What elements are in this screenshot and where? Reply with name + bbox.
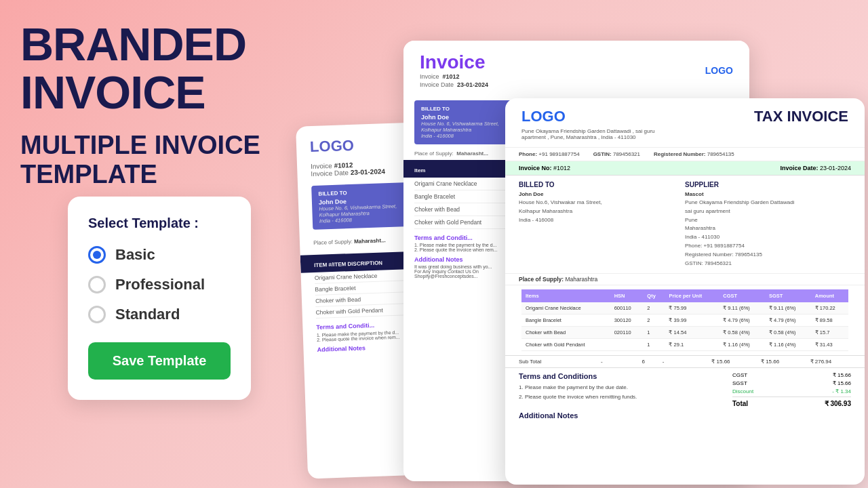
radio-professional-circle[interactable] <box>88 276 106 293</box>
template-selector-title: Select Template : <box>88 216 231 231</box>
front-total-row: Total ₹ 306.93 <box>732 396 851 407</box>
front-terms: Terms and Conditions 1. Please make the … <box>519 372 732 407</box>
front-bottom-section: Terms and Conditions 1. Please make the … <box>505 368 865 411</box>
radio-basic-label: Basic <box>115 246 155 264</box>
front-additional-notes: Additional Notes <box>505 411 865 425</box>
front-place-supply: Place of Supply: Maharashtra <box>505 274 865 285</box>
front-invoice-row: Invoice No: #1012 Invoice Date: 23-01-20… <box>505 161 865 176</box>
front-billed-to: BILLED TO John Doe House No.6, Vishwakar… <box>519 181 685 268</box>
front-items-table: Items HSN Qty Price per Unit CGST SGST A… <box>521 289 848 351</box>
radio-basic-circle[interactable] <box>88 246 106 264</box>
table-row: Bangle Bracelet 300120 2 ₹ 39.99 ₹ 4.79 … <box>521 314 848 327</box>
radio-standard[interactable]: Standard <box>88 306 231 323</box>
template-selector-card: Select Template : Basic Professional Sta… <box>68 197 251 400</box>
save-template-button[interactable]: Save Template <box>88 342 231 380</box>
table-row: Choker with Gold Pendant 1 ₹ 29.1 ₹ 1.16… <box>521 339 848 351</box>
table-row: Choker with Bead 020110 1 ₹ 14.54 ₹ 0.58… <box>521 327 848 339</box>
radio-professional[interactable]: Professional <box>88 276 231 293</box>
front-subtotal: Sub Total - 6 - ₹ 15.66 ₹ 15.66 ₹ 276.94 <box>505 355 865 368</box>
radio-professional-label: Professional <box>115 276 205 293</box>
radio-basic[interactable]: Basic <box>88 246 231 264</box>
front-supplier: SUPPLIER Mascot Pune Okayama Friendship … <box>685 181 851 268</box>
front-billing-section: BILLED TO John Doe House No.6, Vishwakar… <box>505 176 865 274</box>
radio-standard-label: Standard <box>115 306 180 323</box>
front-contact-bar: Phone: +91 9891887754 GSTIN: 789456321 R… <box>505 148 865 161</box>
table-row: Origami Crane Necklace 600110 2 ₹ 75.99 … <box>521 302 848 314</box>
invoice-front-card: LOGO Pune Okayama Friendship Garden Datt… <box>505 98 865 485</box>
mid-header: Invoice Invoice #1012 Invoice Date 23-01… <box>403 41 749 95</box>
front-totals: CGST ₹ 15.66 SGST ₹ 15.66 Discount - ₹ 1… <box>732 372 851 407</box>
radio-standard-circle[interactable] <box>88 306 106 323</box>
front-header: LOGO Pune Okayama Friendship Garden Datt… <box>505 98 865 148</box>
main-title: BRANDED INVOICE <box>20 20 407 117</box>
